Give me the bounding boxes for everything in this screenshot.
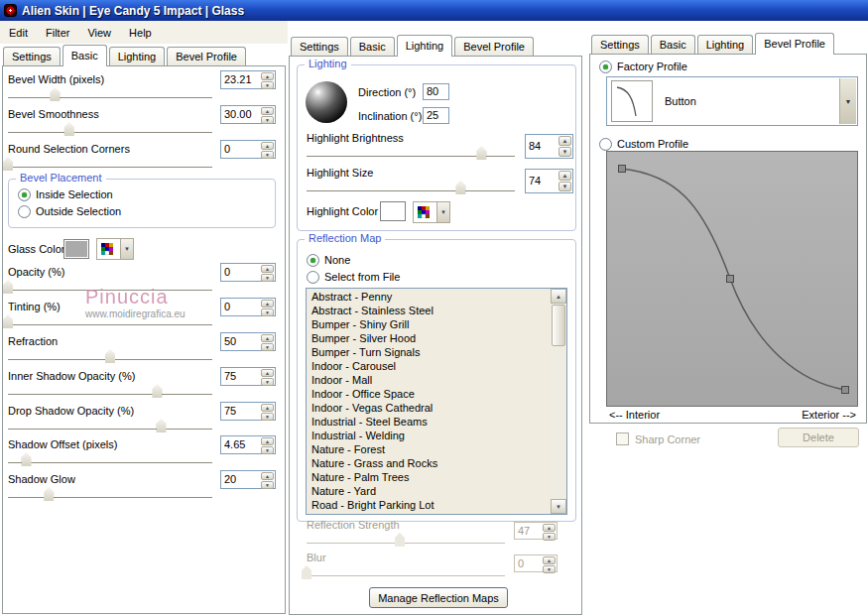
spin-down-icon[interactable]: ▼ [261,343,274,351]
spin-value[interactable]: 84 [526,135,558,158]
list-item[interactable]: Indoor - Vegas Cathedral [308,401,550,415]
scroll-thumb[interactable] [552,305,565,346]
spin-up-icon[interactable]: ▲ [261,72,274,80]
radio-reflection-none[interactable]: None [307,253,350,267]
bevel-profile-curve-editor[interactable] [606,151,858,407]
radio-icon[interactable] [307,271,319,284]
dropdown-arrow-icon[interactable]: ▼ [839,78,856,124]
slider-thumb[interactable] [64,122,74,136]
spin-value[interactable]: 74 [526,170,558,192]
bevel-smoothness-spin[interactable]: 30.00 ▲▼ [220,105,276,124]
menu-view[interactable]: View [78,23,120,43]
tinting-spin[interactable]: 0 ▲▼ [220,298,276,316]
spin-down-icon[interactable]: ▼ [261,481,274,489]
left-tab-lighting[interactable]: Lighting [109,47,166,65]
spin-value[interactable]: 0 [221,264,260,281]
shadow-offset-slider[interactable] [8,451,212,467]
inner-shadow-opacity-spin[interactable]: 75 ▲▼ [220,367,276,386]
spin-up-icon[interactable]: ▲ [558,136,571,146]
right-tab-basic[interactable]: Basic [651,35,695,54]
lighting-ball[interactable] [306,81,347,123]
right-tab-bevel-profile[interactable]: Bevel Profile [755,33,834,55]
curve-handle[interactable] [619,166,626,173]
shadow-glow-slider[interactable] [8,486,212,502]
scroll-up-icon[interactable]: ▲ [551,289,566,304]
slider-thumb[interactable] [50,87,60,101]
right-tab-lighting[interactable]: Lighting [697,35,754,54]
list-item[interactable]: Nature - Yard [308,484,550,498]
list-item[interactable]: Road - Bright Parking Lot [308,498,550,512]
spin-down-icon[interactable]: ▼ [261,116,274,124]
radio-icon[interactable] [18,205,31,218]
radio-outside-selection[interactable]: Outside Selection [18,204,121,218]
left-tab-basic[interactable]: Basic [62,45,107,66]
middle-tab-lighting[interactable]: Lighting [397,35,453,57]
menu-help[interactable]: Help [120,23,161,43]
slider-thumb[interactable] [44,487,54,501]
menu-filter[interactable]: Filter [37,23,78,43]
slider-thumb[interactable] [152,384,162,398]
bevel-smoothness-slider[interactable] [8,121,212,137]
spin-down-icon[interactable]: ▼ [558,182,571,191]
opacity-spin[interactable]: 0 ▲▼ [220,263,276,282]
reflection-map-list[interactable]: Abstract - Penny Abstract - Stainless St… [306,288,567,515]
round-corners-spin[interactable]: 0 ▲▼ [220,140,276,159]
bevel-width-spin[interactable]: 23.21 ▲▼ [220,70,276,89]
scroll-down-icon[interactable]: ▼ [551,499,566,514]
slider-thumb[interactable] [157,419,167,432]
inclination-input[interactable]: 25 [423,107,449,124]
spin-value[interactable]: 0 [221,299,260,315]
menu-edit[interactable]: Edit [0,23,37,43]
spin-down-icon[interactable]: ▼ [261,151,274,159]
highlight-brightness-slider[interactable] [307,145,515,161]
list-item[interactable]: Bumper - Silver Hood [308,331,550,345]
list-item[interactable]: Nature - Palm Trees [308,470,550,484]
list-item[interactable]: Indoor - Mall [308,373,550,387]
spin-value[interactable]: 50 [221,333,260,350]
dropdown-arrow-icon[interactable]: ▼ [120,239,133,259]
slider-thumb[interactable] [105,349,115,363]
list-item[interactable]: Bumper - Turn Signals [308,345,550,359]
spin-up-icon[interactable]: ▲ [261,142,274,150]
spin-value[interactable]: 75 [221,403,260,420]
factory-profile-dropdown[interactable]: Button ▼ [606,76,858,126]
drop-shadow-opacity-spin[interactable]: 75 ▲▼ [220,402,276,421]
shadow-glow-spin[interactable]: 20 ▲▼ [220,470,276,489]
list-item[interactable]: Industrial - Welding [308,429,550,442]
spin-value[interactable]: 75 [221,368,260,385]
glass-color-swatch[interactable] [63,239,89,259]
spin-down-icon[interactable]: ▼ [558,147,571,157]
list-item[interactable]: Abstract - Penny [308,290,550,304]
radio-inside-selection[interactable]: Inside Selection [18,187,113,201]
refraction-slider[interactable] [8,348,212,364]
list-item[interactable]: Indoor - Office Space [308,387,550,401]
spin-up-icon[interactable]: ▲ [261,300,274,308]
radio-icon[interactable] [18,188,31,201]
left-tab-bevel-profile[interactable]: Bevel Profile [167,47,246,65]
list-item[interactable]: Indoor - Carousel [308,359,550,373]
spin-up-icon[interactable]: ▲ [261,472,274,480]
highlight-color-swatch[interactable] [380,201,406,221]
slider-thumb[interactable] [476,146,486,160]
manage-reflection-maps-button[interactable]: Manage Reflection Maps [369,587,508,608]
radio-select-from-file[interactable]: Select from File [307,270,400,284]
middle-tab-bevel-profile[interactable]: Bevel Profile [454,37,534,56]
radio-factory-profile[interactable]: Factory Profile [599,60,687,73]
inner-shadow-opacity-slider[interactable] [8,383,212,399]
shadow-offset-spin[interactable]: 4.65 ▲▼ [220,435,276,454]
curve-handle[interactable] [727,276,734,283]
spin-down-icon[interactable]: ▼ [261,413,274,421]
direction-input[interactable]: 80 [423,83,449,100]
highlight-brightness-spin[interactable]: 84 ▲▼ [525,134,573,159]
radio-icon[interactable] [307,254,319,267]
spin-value[interactable]: 30.00 [221,106,260,123]
spin-up-icon[interactable]: ▲ [558,171,571,181]
highlight-color-dropdown[interactable]: ▼ [413,201,450,223]
refraction-spin[interactable]: 50 ▲▼ [220,332,276,351]
spin-up-icon[interactable]: ▲ [261,404,274,412]
glass-color-dropdown[interactable]: ▼ [96,238,134,260]
left-tab-settings[interactable]: Settings [3,47,61,65]
drop-shadow-opacity-slider[interactable] [8,418,212,433]
list-item[interactable]: Nature - Grass and Rocks [308,456,550,470]
scroll-track[interactable] [551,304,566,499]
